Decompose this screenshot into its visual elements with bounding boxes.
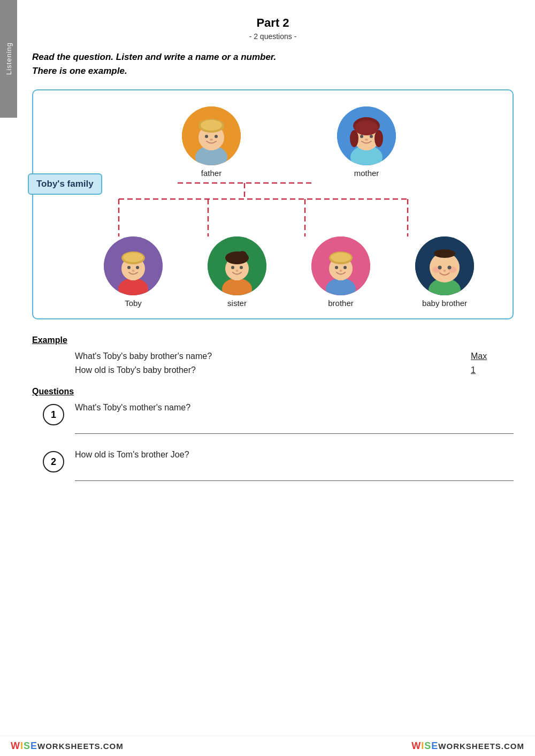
toby-illustration bbox=[104, 236, 163, 295]
svg-point-16 bbox=[374, 130, 383, 147]
father-illustration bbox=[182, 106, 241, 165]
svg-point-50 bbox=[331, 253, 351, 262]
svg-point-52 bbox=[343, 266, 347, 269]
brother-illustration bbox=[311, 236, 370, 295]
sister-illustration bbox=[208, 236, 266, 295]
question-2-text: How old is Tom's brother Joe? bbox=[75, 450, 514, 460]
svg-point-53 bbox=[340, 270, 342, 272]
question-1-number: 1 bbox=[43, 404, 64, 425]
family-tree-box: Toby's family bbox=[32, 89, 514, 319]
toby-avatar bbox=[104, 236, 163, 295]
svg-point-7 bbox=[215, 135, 218, 138]
sister-col: sister bbox=[208, 236, 266, 308]
baby-brother-illustration bbox=[415, 236, 474, 295]
footer-logo-right: WISEWORKSHEETS.COM bbox=[411, 740, 524, 752]
part-subtitle: - 2 questions - bbox=[32, 32, 514, 41]
tree-connectors bbox=[81, 178, 496, 236]
svg-point-14 bbox=[355, 120, 378, 135]
question-1-text: What's Toby's mother's name? bbox=[75, 403, 514, 413]
question-2-item: 2 How old is Tom's brother Joe? bbox=[43, 450, 514, 481]
baby-brother-col: baby brother bbox=[415, 236, 474, 308]
mother-label: mother bbox=[354, 169, 379, 178]
father-avatar bbox=[182, 106, 241, 165]
baby-brother-avatar bbox=[415, 236, 474, 295]
example-q2-text: How old is Toby's baby brother? bbox=[75, 365, 471, 375]
sidebar: Listening bbox=[0, 0, 17, 118]
svg-point-60 bbox=[438, 266, 442, 270]
question-2-number: 2 bbox=[43, 451, 64, 472]
question-2-answer-line[interactable] bbox=[75, 470, 514, 481]
sidebar-label: Listening bbox=[5, 42, 13, 75]
question-1-content: What's Toby's mother's name? bbox=[75, 403, 514, 434]
svg-point-33 bbox=[127, 266, 131, 269]
example-a2: 1 bbox=[471, 365, 514, 375]
questions-heading: Questions bbox=[32, 387, 514, 396]
father-label: father bbox=[201, 169, 221, 178]
footer-logo-left: WISEWORKSHEETS.COM bbox=[11, 740, 124, 752]
svg-point-34 bbox=[136, 266, 139, 269]
mother-col: mother bbox=[337, 106, 396, 178]
question-2-content: How old is Tom's brother Joe? bbox=[75, 450, 514, 481]
svg-point-17 bbox=[360, 135, 363, 138]
example-q2-row: How old is Toby's baby brother? 1 bbox=[75, 365, 514, 375]
sister-avatar bbox=[208, 236, 266, 295]
brother-label: brother bbox=[328, 299, 354, 308]
svg-point-61 bbox=[448, 266, 452, 270]
example-q1-row: What's Toby's baby brother's name? Max bbox=[75, 352, 514, 361]
father-col: father bbox=[182, 106, 241, 178]
svg-point-8 bbox=[210, 139, 213, 141]
svg-point-5 bbox=[201, 120, 222, 131]
brother-col: brother bbox=[311, 236, 370, 308]
parents-row: father bbox=[81, 106, 496, 178]
baby-brother-label: baby brother bbox=[422, 299, 467, 308]
svg-point-44 bbox=[236, 270, 239, 272]
toby-col: Toby bbox=[104, 236, 163, 308]
children-row: Toby bbox=[81, 236, 496, 308]
instruction: Read the question. Listen and write a na… bbox=[32, 50, 514, 78]
connector-svg bbox=[81, 178, 488, 236]
svg-point-51 bbox=[335, 266, 338, 269]
mother-avatar bbox=[337, 106, 396, 165]
svg-point-15 bbox=[350, 130, 358, 147]
main-content: Part 2 - 2 questions - Read the question… bbox=[21, 0, 535, 513]
part-title: Part 2 bbox=[32, 16, 514, 30]
svg-point-43 bbox=[240, 266, 243, 269]
question-1-answer-line[interactable] bbox=[75, 423, 514, 434]
svg-point-41 bbox=[238, 251, 247, 261]
svg-point-18 bbox=[370, 135, 373, 138]
sister-label: sister bbox=[227, 299, 247, 308]
example-heading: Example bbox=[32, 335, 514, 345]
svg-point-19 bbox=[365, 139, 368, 141]
svg-point-57 bbox=[434, 249, 455, 258]
brother-avatar bbox=[311, 236, 370, 295]
question-1-item: 1 What's Toby's mother's name? bbox=[43, 403, 514, 434]
svg-point-6 bbox=[205, 135, 208, 138]
example-qa: What's Toby's baby brother's name? Max H… bbox=[75, 352, 514, 375]
toby-label: Toby bbox=[125, 299, 142, 308]
svg-point-62 bbox=[444, 270, 446, 272]
footer: WISEWORKSHEETS.COM WISEWORKSHEETS.COM bbox=[0, 736, 535, 756]
svg-point-32 bbox=[123, 253, 143, 262]
mother-illustration bbox=[337, 106, 396, 165]
example-a1: Max bbox=[471, 352, 514, 361]
svg-point-35 bbox=[132, 270, 135, 272]
example-q1-text: What's Toby's baby brother's name? bbox=[75, 352, 471, 361]
svg-point-42 bbox=[231, 266, 234, 269]
